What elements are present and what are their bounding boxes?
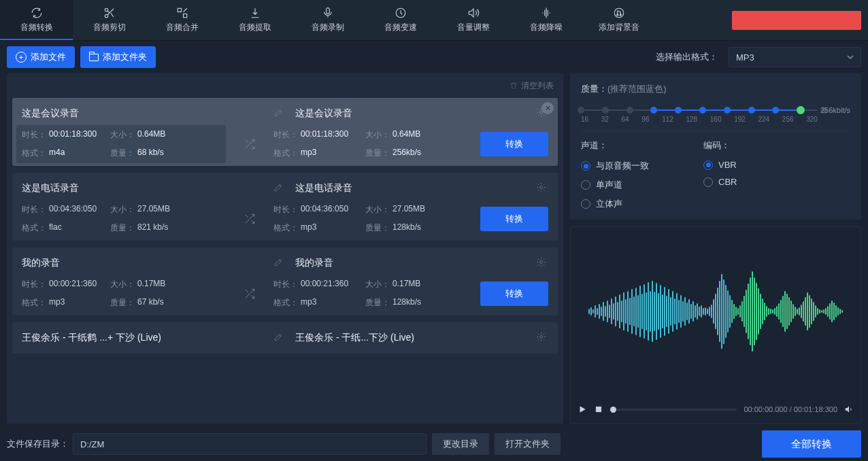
top-nav: 音频转换 音频剪切 音频合并 音频提取 音频录制 音频变速 音量调整 音频降噪 … (0, 0, 868, 41)
nav-audio-merge[interactable]: 音频合并 (146, 0, 218, 40)
nav-audio-record[interactable]: 音频录制 (291, 0, 364, 40)
timecode: 00:00:00.000 / 00:01:18:300 (744, 405, 837, 413)
clear-list-button[interactable]: 清空列表 (510, 80, 554, 92)
progress-bar[interactable] (610, 409, 737, 411)
file-card[interactable]: 这是电话录音 这是电话录音 时长：00:04:36:050 大小：27.05MB… (12, 173, 558, 241)
dst-title: 王俊余乐 - 干纸...下沙 (Live) (287, 332, 536, 344)
footer: 文件保存目录： D:/ZM 更改目录 打开文件夹 全部转换 (0, 428, 868, 460)
dst-meta: 时长：00:04:36:050 大小：27.05MB 格式：mp3 质量：128… (273, 204, 444, 234)
shuffle-icon[interactable] (226, 288, 273, 300)
gear-icon[interactable] (536, 332, 548, 344)
toolbar: +添加文件 添加文件夹 选择输出格式： MP3 (0, 41, 868, 73)
edit-icon[interactable] (273, 332, 287, 344)
svg-point-6 (614, 8, 624, 18)
gear-icon[interactable] (536, 257, 548, 269)
nav-audio-extract[interactable]: 音频提取 (218, 0, 291, 40)
trash-icon (510, 82, 518, 90)
channel-radio[interactable]: 单声道 (581, 179, 649, 191)
encoding-radio[interactable]: VBR (703, 160, 737, 170)
banner (732, 11, 861, 30)
file-card[interactable]: 我的录音 我的录音 时长：00:00:21:360 大小：0.17MB 格式：m… (12, 247, 558, 315)
channel-radio[interactable]: 立体声 (581, 198, 649, 210)
src-title: 王俊余乐 - 干纸鹤 ...+ 下沙 (Live) (22, 332, 273, 344)
edit-icon[interactable] (273, 258, 287, 269)
edit-icon[interactable] (273, 183, 287, 194)
play-icon[interactable] (578, 405, 587, 414)
dst-title: 这是电话录音 (287, 182, 536, 194)
volume-icon[interactable] (844, 405, 854, 414)
slider-unit: 256kbit/s (820, 106, 850, 114)
nav-noise[interactable]: 音频降噪 (510, 0, 582, 40)
waveform (571, 227, 861, 396)
svg-rect-4 (326, 8, 329, 14)
svg-rect-2 (178, 8, 181, 12)
output-format-label: 选择输出格式： (656, 51, 718, 63)
svg-point-12 (540, 336, 543, 339)
convert-button[interactable]: 转换 (480, 132, 548, 156)
settings-panel: 质量：(推荐范围蓝色) 1632649611212816019222425632… (570, 73, 861, 220)
file-card[interactable]: ✕ 这是会议录音 这是会议录音 时长：00:01:18:300 大小：0.64M… (12, 98, 558, 166)
quality-label: 质量： (581, 84, 607, 94)
add-folder-button[interactable]: 添加文件夹 (80, 46, 156, 68)
close-icon[interactable]: ✕ (541, 102, 554, 114)
encoding-radio[interactable]: CBR (703, 177, 737, 187)
svg-point-1 (105, 14, 108, 18)
file-list-panel: 清空列表 ✕ 这是会议录音 这是会议录音 时长：00:01:18:300 大小：… (7, 73, 563, 424)
output-format-select[interactable]: MP3 (729, 47, 861, 67)
shuffle-icon[interactable] (226, 213, 273, 225)
src-meta: 时长：00:01:18:300 大小：0.64MB 格式：m4a 质量：68 k… (16, 125, 226, 163)
svg-point-0 (105, 8, 108, 12)
nav-audio-speed[interactable]: 音频变速 (364, 0, 437, 40)
chevron-down-icon (847, 54, 854, 61)
dst-meta: 时长：00:00:21:360 大小：0.17MB 格式：mp3 质量：128k… (273, 279, 444, 309)
edit-icon[interactable] (273, 108, 287, 120)
svg-rect-3 (183, 14, 186, 18)
dst-title: 我的录音 (287, 257, 536, 269)
preview-panel: 00:00:00.000 / 00:01:18:300 (570, 226, 861, 424)
svg-point-11 (540, 261, 543, 264)
src-meta: 时长：00:00:21:360 大小：0.17MB 格式：mp3 质量：67 k… (22, 279, 226, 309)
convert-button[interactable]: 转换 (480, 207, 548, 231)
file-card[interactable]: 王俊余乐 - 干纸鹤 ...+ 下沙 (Live) 王俊余乐 - 干纸...下沙… (12, 322, 558, 354)
src-meta: 时长：00:04:36:050 大小：27.05MB 格式：flac 质量：82… (22, 204, 226, 234)
quality-slider[interactable]: 16326496112128160192224256320 256kbit/s (581, 103, 850, 124)
player: 00:00:00.000 / 00:01:18:300 (571, 396, 861, 423)
convert-button[interactable]: 转换 (480, 281, 548, 306)
svg-rect-13 (596, 407, 601, 412)
dst-title: 这是会议录音 (287, 107, 536, 120)
open-dir-button[interactable]: 打开文件夹 (495, 433, 561, 455)
save-path-input[interactable]: D:/ZM (73, 433, 427, 455)
nav-audio-convert[interactable]: 音频转换 (0, 0, 73, 40)
nav-volume[interactable]: 音量调整 (437, 0, 510, 40)
save-path-label: 文件保存目录： (7, 438, 69, 450)
channel-radio[interactable]: 与原音频一致 (581, 160, 649, 172)
src-title: 这是会议录音 (22, 107, 273, 120)
encoding-options: 编码： VBRCBR (703, 139, 737, 210)
shuffle-icon[interactable] (226, 138, 273, 150)
dst-meta: 时长：00:01:18:300 大小：0.64MB 格式：mp3 质量：256k… (273, 129, 444, 159)
change-dir-button[interactable]: 更改目录 (432, 433, 489, 455)
gear-icon[interactable] (536, 182, 548, 194)
nav-audio-cut[interactable]: 音频剪切 (73, 0, 146, 40)
add-file-button[interactable]: +添加文件 (7, 46, 75, 68)
channel-options: 声道： 与原音频一致单声道立体声 (581, 139, 649, 210)
src-title: 这是电话录音 (22, 182, 273, 194)
quality-hint: (推荐范围蓝色) (607, 84, 667, 94)
svg-point-10 (540, 186, 543, 189)
src-title: 我的录音 (22, 257, 273, 269)
stop-icon[interactable] (594, 405, 603, 414)
convert-all-button[interactable]: 全部转换 (762, 430, 861, 458)
nav-bgm[interactable]: 添加背景音 (582, 0, 655, 40)
